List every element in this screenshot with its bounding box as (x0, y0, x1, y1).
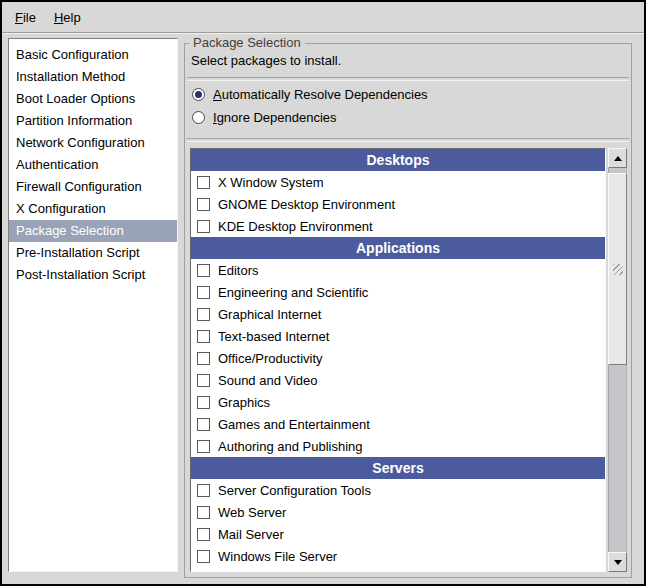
radio-icon[interactable] (192, 111, 205, 124)
package-label: Graphical Internet (218, 307, 321, 322)
package-label: GNOME Desktop Environment (218, 197, 395, 212)
package-list: DesktopsX Window SystemGNOME Desktop Env… (190, 148, 606, 572)
checkbox-icon[interactable] (197, 506, 210, 519)
checkbox-icon[interactable] (197, 484, 210, 497)
package-row[interactable]: Mail Server (191, 523, 605, 545)
sidebar-item[interactable]: Post-Installation Script (9, 264, 177, 286)
sidebar-item[interactable]: Authentication (9, 154, 177, 176)
checkbox-icon[interactable] (197, 308, 210, 321)
sidebar-item[interactable]: X Configuration (9, 198, 177, 220)
menubar: FileHelp (2, 2, 644, 33)
dependency-options: Automatically Resolve DependenciesIgnore… (192, 83, 428, 129)
instruction-text: Select packages to install. (191, 53, 341, 68)
sidebar-item[interactable]: Pre-Installation Script (9, 242, 177, 264)
package-label: Graphics (218, 395, 270, 410)
package-label: Authoring and Publishing (218, 439, 363, 454)
package-label: Web Server (218, 505, 286, 520)
vertical-scrollbar[interactable] (608, 148, 627, 572)
package-group-header: Desktops (191, 149, 605, 171)
package-label: Editors (218, 263, 258, 278)
checkbox-icon[interactable] (197, 176, 210, 189)
radio-label: Automatically Resolve Dependencies (213, 87, 428, 102)
package-row[interactable]: Engineering and Scientific (191, 281, 605, 303)
package-row[interactable]: Office/Productivity (191, 347, 605, 369)
scroll-down-button[interactable] (608, 552, 627, 572)
package-selection-frame: Package Selection Select packages to ins… (184, 43, 632, 578)
package-row[interactable]: KDE Desktop Environment (191, 215, 605, 237)
package-row[interactable]: Graphics (191, 391, 605, 413)
radio-option[interactable]: Automatically Resolve Dependencies (192, 83, 428, 105)
package-row[interactable]: Authoring and Publishing (191, 435, 605, 457)
separator (187, 77, 629, 81)
down-arrow-icon (614, 560, 622, 565)
package-row[interactable]: Server Configuration Tools (191, 479, 605, 501)
checkbox-icon[interactable] (197, 440, 210, 453)
package-label: Text-based Internet (218, 329, 329, 344)
sidebar-item[interactable]: Package Selection (9, 220, 177, 242)
package-row[interactable]: Text-based Internet (191, 325, 605, 347)
checkbox-icon[interactable] (197, 220, 210, 233)
package-list-area: DesktopsX Window SystemGNOME Desktop Env… (190, 148, 627, 572)
radio-icon[interactable] (192, 88, 205, 101)
checkbox-icon[interactable] (197, 572, 210, 573)
checkbox-icon[interactable] (197, 286, 210, 299)
package-row[interactable]: Editors (191, 259, 605, 281)
checkbox-icon[interactable] (197, 374, 210, 387)
checkbox-icon[interactable] (197, 330, 210, 343)
package-label: Games and Entertainment (218, 417, 370, 432)
package-label: Mail Server (218, 527, 284, 542)
separator (187, 138, 629, 142)
sidebar-item[interactable]: Installation Method (9, 66, 177, 88)
package-row[interactable]: Windows File Server (191, 545, 605, 567)
package-row[interactable]: Graphical Internet (191, 303, 605, 325)
sidebar-item[interactable]: Boot Loader Options (9, 88, 177, 110)
package-group-header: Applications (191, 237, 605, 259)
sidebar-item[interactable]: Partition Information (9, 110, 177, 132)
package-row[interactable]: X Window System (191, 171, 605, 193)
package-row[interactable]: GNOME Desktop Environment (191, 193, 605, 215)
package-label: Windows File Server (218, 549, 337, 564)
radio-option[interactable]: Ignore Dependencies (192, 106, 428, 128)
checkbox-icon[interactable] (197, 264, 210, 277)
scrollbar-track[interactable] (608, 168, 627, 552)
sidebar-item[interactable]: Basic Configuration (9, 44, 177, 66)
frame-title: Package Selection (189, 35, 305, 50)
checkbox-icon[interactable] (197, 396, 210, 409)
radio-label: Ignore Dependencies (213, 110, 337, 125)
package-row[interactable]: Web Server (191, 501, 605, 523)
grip-icon (613, 264, 623, 275)
package-group-header: Servers (191, 457, 605, 479)
package-label: Office/Productivity (218, 351, 323, 366)
checkbox-icon[interactable] (197, 418, 210, 431)
up-arrow-icon (614, 156, 622, 161)
package-label: KDE Desktop Environment (218, 219, 373, 234)
menu-item-help[interactable]: Help (45, 5, 90, 30)
package-label: X Window System (218, 175, 323, 190)
menu-item-file[interactable]: File (6, 5, 45, 30)
sidebar-item[interactable]: Network Configuration (9, 132, 177, 154)
package-row-partial[interactable] (191, 567, 605, 572)
sidebar-list: Basic ConfigurationInstallation MethodBo… (8, 38, 178, 572)
checkbox-icon[interactable] (197, 550, 210, 563)
scrollbar-thumb[interactable] (608, 173, 627, 365)
package-row[interactable]: Sound and Video (191, 369, 605, 391)
scroll-up-button[interactable] (608, 148, 627, 168)
kickstart-configurator-window: { "window": { "bg_color": "#d8d8d8", "bo… (0, 0, 646, 586)
checkbox-icon[interactable] (197, 528, 210, 541)
package-label: Engineering and Scientific (218, 285, 368, 300)
package-label: Sound and Video (218, 373, 318, 388)
package-row[interactable]: Games and Entertainment (191, 413, 605, 435)
sidebar-item[interactable]: Firewall Configuration (9, 176, 177, 198)
package-label: Server Configuration Tools (218, 483, 371, 498)
checkbox-icon[interactable] (197, 352, 210, 365)
checkbox-icon[interactable] (197, 198, 210, 211)
